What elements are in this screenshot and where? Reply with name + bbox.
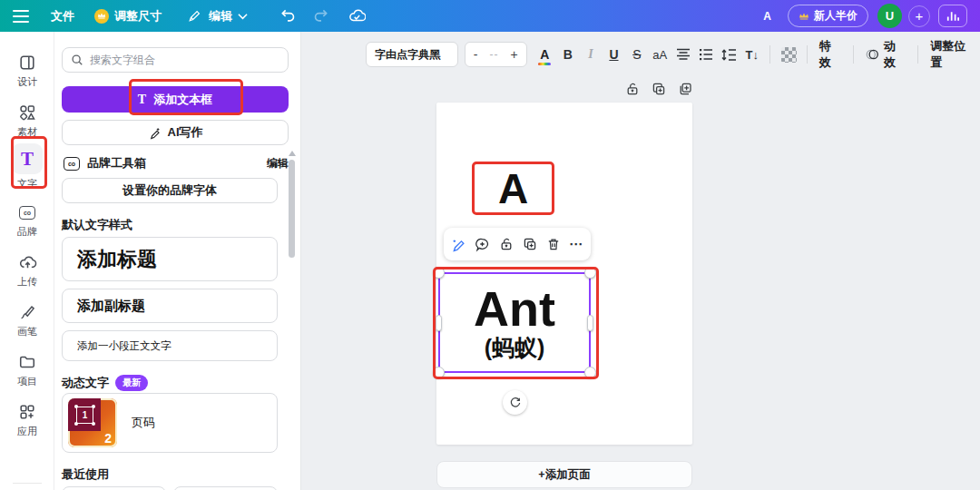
sidebar-item-apps[interactable]: 应用 — [0, 402, 54, 438]
align-center-icon — [676, 48, 691, 61]
add-textbox-button[interactable]: T 添加文本框 — [62, 86, 289, 113]
vertical-text-button[interactable]: T↓ — [740, 42, 763, 67]
draw-icon — [17, 302, 37, 322]
position-button[interactable]: 调整位置 — [925, 38, 980, 71]
apps-icon — [17, 402, 37, 422]
sidebar-item-label: 画笔 — [17, 325, 37, 338]
transparency-icon — [781, 47, 797, 63]
brand-toolbox-row: co 品牌工具箱 编辑 — [64, 155, 289, 172]
magic-edit-icon[interactable] — [451, 237, 466, 252]
text-case-button[interactable]: aA — [649, 42, 671, 67]
trash-icon[interactable] — [545, 237, 561, 252]
divider — [853, 45, 854, 64]
sidebar-item-draw[interactable]: 画笔 — [0, 302, 54, 338]
rotate-handle[interactable] — [503, 390, 527, 415]
comment-icon[interactable] — [475, 237, 490, 252]
list-button[interactable] — [694, 42, 717, 67]
canvas-page[interactable]: A ⋯ Ant (蚂蚁) — [436, 103, 692, 445]
resize-handle-ne[interactable] — [584, 267, 596, 279]
new-user-promo-button[interactable]: 新人半价 — [788, 5, 868, 27]
duplicate-page-icon[interactable] — [652, 82, 666, 96]
recent-card[interactable] — [173, 486, 278, 490]
resize-handle-se[interactable] — [584, 367, 596, 378]
stats-button[interactable] — [938, 5, 967, 27]
align-button[interactable] — [671, 42, 694, 67]
sidebar-item-elements[interactable]: 素材 — [0, 103, 54, 139]
sidebar-item-design[interactable]: 设计 — [0, 53, 54, 89]
sidebar-item-brand[interactable]: co 品牌 — [0, 202, 54, 239]
animate-button[interactable]: 动效 — [860, 38, 911, 71]
color-letter: A — [540, 47, 549, 62]
redo-button[interactable] — [311, 7, 329, 25]
resize-label: 调整尺寸 — [114, 8, 162, 24]
page-number-card[interactable]: 1 2 页码 — [62, 393, 278, 453]
ai-writing-button[interactable]: AI写作 — [62, 120, 289, 145]
resize-handle-e[interactable] — [587, 315, 593, 331]
menu-icon[interactable] — [13, 10, 29, 23]
sidebar-item-upload[interactable]: 上传 — [0, 252, 54, 289]
pencil-icon — [185, 7, 203, 25]
set-brand-font-button[interactable]: 设置你的品牌字体 — [62, 178, 278, 203]
thumb-number-1: 1 — [83, 410, 88, 420]
add-subheading-card[interactable]: 添加副标题 — [62, 289, 278, 323]
add-body-text-card[interactable]: 添加一小段正文文字 — [62, 330, 278, 361]
add-page-icon[interactable] — [678, 82, 692, 96]
size-minus-button[interactable]: - — [474, 47, 478, 62]
effects-label: 特效 — [819, 38, 841, 71]
line-spacing-button[interactable] — [718, 42, 740, 67]
ant-annotation-text[interactable]: (蚂蚁) — [485, 336, 545, 361]
lock-icon[interactable] — [498, 237, 514, 252]
text-color-button[interactable]: A — [534, 42, 556, 67]
resize-handle-nw[interactable] — [433, 267, 445, 279]
add-textbox-label: 添加文本框 — [153, 92, 212, 108]
search-input[interactable]: 搜索文字组合 — [62, 47, 289, 73]
dynamic-text-heading: 动态文字 — [62, 375, 109, 391]
add-heading-card[interactable]: 添加标题 — [62, 237, 278, 281]
rainbow-bar — [538, 63, 551, 66]
vertical-text-label: T↓ — [745, 48, 758, 62]
crown-icon — [94, 9, 109, 24]
underline-button[interactable]: U — [603, 42, 625, 67]
size-plus-button[interactable]: + — [510, 47, 517, 62]
page-number-label: 页码 — [132, 415, 155, 431]
font-selector[interactable]: 字由点字典黑 — [366, 42, 458, 67]
sidebar-item-text[interactable]: T 文字 — [0, 143, 54, 191]
add-page-label: +添加页面 — [538, 467, 590, 483]
dynamic-text-row: 动态文字 最新 — [62, 375, 148, 391]
icon-sidebar: 设计 素材 T 文字 co 品牌 上传 画笔 — [0, 32, 54, 490]
letter-a-element[interactable]: A — [472, 162, 554, 215]
add-member-button[interactable]: + — [908, 5, 930, 27]
italic-button[interactable]: I — [579, 42, 602, 67]
edit-menu[interactable]: 编辑 — [185, 7, 248, 25]
add-page-button[interactable]: +添加页面 — [436, 461, 692, 488]
transparency-button[interactable] — [777, 42, 799, 67]
font-name: 字由点字典黑 — [375, 47, 440, 63]
italic-label: I — [588, 47, 593, 62]
duplicate-icon[interactable] — [522, 237, 537, 252]
resize-button[interactable]: 调整尺寸 — [94, 8, 162, 24]
ant-text[interactable]: Ant — [474, 284, 555, 333]
topbar-right-group: A 新人半价 U + — [763, 4, 967, 28]
strikethrough-button[interactable]: S — [625, 42, 648, 67]
bold-button[interactable]: B — [556, 42, 579, 67]
sidebar-item-label: 项目 — [17, 375, 37, 388]
brand-edit-link[interactable]: 编辑 — [267, 156, 289, 172]
recent-card[interactable] — [62, 486, 166, 490]
sidebar-item-label: 上传 — [17, 275, 37, 289]
file-menu[interactable]: 文件 — [51, 8, 74, 24]
resize-handle-w[interactable] — [436, 315, 442, 331]
scrollbar-thumb[interactable] — [289, 160, 295, 258]
add-body-label: 添加一小段正文文字 — [77, 339, 172, 353]
scrollbar-up-arrow[interactable] — [289, 151, 296, 156]
resize-handle-sw[interactable] — [433, 367, 445, 378]
format-toolbar: 字由点字典黑 - -- + A B I U S aA T↓ 特效 动效 — [366, 42, 980, 67]
sidebar-item-projects[interactable]: 项目 — [0, 352, 54, 388]
effects-button[interactable]: 特效 — [814, 38, 847, 71]
design-icon — [17, 53, 37, 73]
text-element-selected[interactable]: Ant (蚂蚁) — [438, 272, 591, 373]
undo-button[interactable] — [279, 7, 297, 25]
avatar[interactable]: U — [877, 4, 902, 28]
bar-chart-icon — [946, 10, 959, 22]
font-size-stepper[interactable]: - -- + — [465, 42, 527, 67]
lock-page-icon[interactable] — [625, 82, 640, 96]
